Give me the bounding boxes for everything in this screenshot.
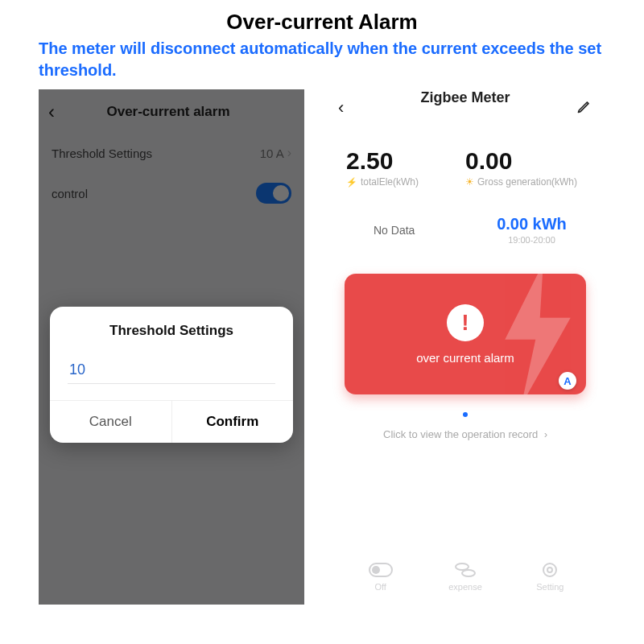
no-data-label: No Data <box>346 224 479 237</box>
svg-point-3 <box>462 570 475 576</box>
kwh-block: 0.00 kWh 19:00-20:00 <box>479 215 584 245</box>
sun-icon: ☀ <box>465 176 474 188</box>
tab-off[interactable]: Off <box>338 559 423 592</box>
gross-gen-stat: 0.00 ☀ Gross generation(kWh) <box>465 147 584 188</box>
gross-gen-value: 0.00 <box>465 147 584 175</box>
confirm-button[interactable]: Confirm <box>171 401 294 443</box>
threshold-input[interactable] <box>68 357 275 384</box>
svg-point-4 <box>543 564 556 576</box>
tabbar: Off expense Setting <box>328 559 602 592</box>
chevron-right-icon: › <box>544 429 547 440</box>
phone-right: Zigbee Meter ‹ 2.50 ⚡ totalEle(kWh) 0.00… <box>328 89 602 605</box>
bolt-icon: ⚡ <box>346 177 357 188</box>
page-subtitle: The meter will disconnect automatically … <box>0 38 644 89</box>
total-ele-stat: 2.50 ⚡ totalEle(kWh) <box>346 147 465 188</box>
kwh-time: 19:00-20:00 <box>479 235 584 245</box>
op-record-label: Click to view the operation record <box>383 428 538 440</box>
tab-off-label: Off <box>338 582 423 592</box>
kwh-value: 0.00 kWh <box>479 215 584 233</box>
alarm-card[interactable]: ! over current alarm A <box>345 274 586 394</box>
tab-setting[interactable]: Setting <box>508 559 592 592</box>
dot-active <box>463 412 468 417</box>
total-ele-value: 2.50 <box>346 147 465 175</box>
tab-expense[interactable]: expense <box>423 559 507 592</box>
right-screen-title: Zigbee Meter <box>328 89 602 106</box>
page-title: Over-current Alarm <box>0 0 644 38</box>
dialog-title: Threshold Settings <box>50 307 293 353</box>
modal-overlay: Threshold Settings Cancel Confirm <box>39 89 304 605</box>
svg-point-1 <box>372 566 380 574</box>
toggle-off-icon <box>338 559 423 580</box>
svg-point-5 <box>547 568 552 572</box>
operation-record-link[interactable]: Click to view the operation record › <box>328 425 602 444</box>
pager-dots <box>328 394 602 425</box>
tab-setting-label: Setting <box>508 582 592 592</box>
gear-icon <box>508 559 592 580</box>
alert-icon: ! <box>447 304 484 341</box>
a-badge: A <box>559 372 576 390</box>
cancel-button[interactable]: Cancel <box>50 401 171 443</box>
svg-point-2 <box>456 564 469 570</box>
alarm-text: over current alarm <box>416 351 514 365</box>
gross-gen-label: Gross generation(kWh) <box>477 176 577 188</box>
coins-icon <box>423 559 507 580</box>
tab-expense-label: expense <box>423 582 507 592</box>
threshold-dialog: Threshold Settings Cancel Confirm <box>50 307 293 443</box>
phone-left: ‹ Over-current alarm Threshold Settings … <box>39 89 304 605</box>
total-ele-label: totalEle(kWh) <box>361 176 419 188</box>
